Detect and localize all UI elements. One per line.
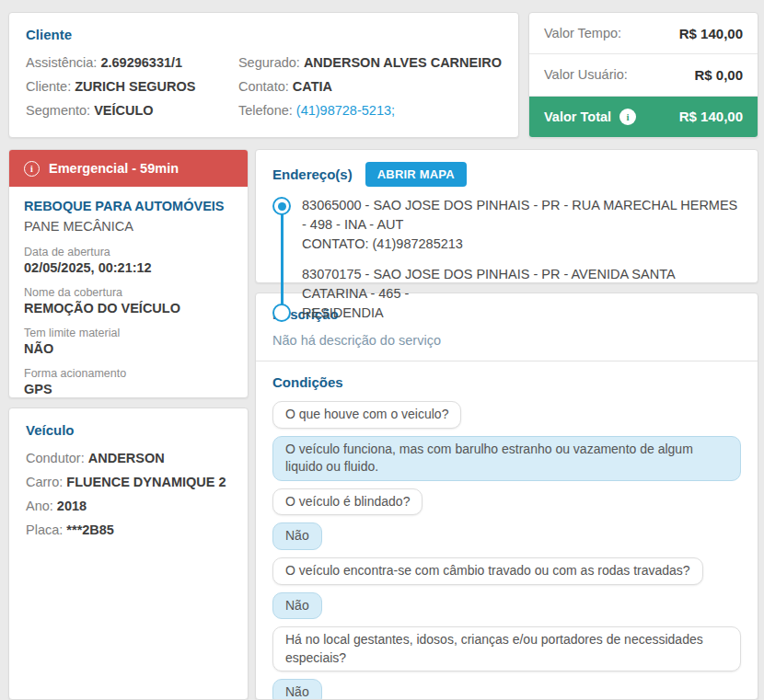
description-empty-text: Não há descrição do serviço <box>272 333 741 348</box>
question-chip: Há no local gestantes, idosos, crianças … <box>272 626 741 671</box>
open-map-button[interactable]: ABRIR MAPA <box>365 162 467 187</box>
segment-field: Segmento: VEÍCULO <box>26 98 229 122</box>
address-timeline: 83065000 - SAO JOSE DOS PINHAIS - PR - R… <box>272 196 741 323</box>
client-fields: Assistência: 2.69296331/1 Cliente: ZURIC… <box>26 51 502 122</box>
answer-chip: O veículo funciona, mas com barulho estr… <box>272 436 741 481</box>
year-field: Ano: 2018 <box>26 494 231 518</box>
service-subtitle: PANE MECÂNICA <box>24 219 233 234</box>
alert-info-icon: i <box>24 161 40 177</box>
alert-text: Emergencial - 59min <box>49 161 179 176</box>
question-chip: O veículo é blindado? <box>272 488 423 516</box>
answer-chip: Não <box>272 592 322 620</box>
destination-radio-icon[interactable] <box>272 304 291 322</box>
client-field: Cliente: ZURICH SEGUROS <box>26 75 229 98</box>
client-card-title: Cliente <box>26 27 502 42</box>
phone-field: Telefone: (41)98728-5213; <box>238 98 502 122</box>
main-row: i Emergencial - 59min REBOQUE PARA AUTOM… <box>8 149 758 700</box>
left-column: i Emergencial - 59min REBOQUE PARA AUTOM… <box>8 149 249 700</box>
value-user-row: Valor Usuário: R$ 0,00 <box>529 54 758 96</box>
total-value: R$ 140,00 <box>679 109 743 124</box>
material-limit-detail: Tem limite material NÃO <box>24 327 233 356</box>
question-chip: O veículo encontra-se com câmbio travado… <box>272 557 703 585</box>
client-fields-right: Segurado: ANDERSON ALVES CARNEIRO Contat… <box>238 51 502 122</box>
service-title: REBOQUE PARA AUTOMÓVEIS <box>24 199 233 213</box>
origin-radio-icon[interactable] <box>272 197 291 215</box>
top-row: Cliente Assistência: 2.69296331/1 Client… <box>8 12 758 138</box>
open-date-detail: Data de abertura 02/05/2025, 00:21:12 <box>24 246 233 275</box>
conditions-title: Condições <box>272 374 741 390</box>
vehicle-fields: Condutor: ANDERSON Carro: FLUENCE DYNAMI… <box>26 446 231 542</box>
description-conditions-card: Descrição Não há descrição do serviço Co… <box>255 293 758 700</box>
plate-field: Placa: ***2B85 <box>26 518 231 542</box>
page: Cliente Assistência: 2.69296331/1 Client… <box>0 0 764 700</box>
addresses-title: Endereço(s) <box>272 166 353 182</box>
value-time-row: Valor Tempo: R$ 140,00 <box>529 13 758 54</box>
client-fields-left: Assistência: 2.69296331/1 Cliente: ZURIC… <box>26 51 229 122</box>
conditions-list: O que houve com o veiculo? O veículo fun… <box>272 401 741 700</box>
coverage-detail: Nome da cobertura REMOÇÃO DO VEÍCULO <box>24 286 233 316</box>
driver-field: Condutor: ANDERSON <box>26 446 231 470</box>
vehicle-card-title: Veículo <box>26 422 231 438</box>
value-total-row: Valor Totali R$ 140,00 <box>529 97 758 137</box>
contact-field: Contato: CATIA <box>238 75 502 98</box>
phone-link[interactable]: (41)98728-5213; <box>296 103 395 118</box>
answer-chip: Não <box>272 522 322 550</box>
info-icon[interactable]: i <box>619 109 636 125</box>
addresses-header: Endereço(s) ABRIR MAPA <box>272 162 741 187</box>
vehicle-card: Veículo Condutor: ANDERSON Carro: FLUENC… <box>8 407 249 700</box>
right-column: Endereço(s) ABRIR MAPA 83065000 - SAO JO… <box>255 149 758 700</box>
service-body: REBOQUE PARA AUTOMÓVEIS PANE MECÂNICA Da… <box>9 187 248 398</box>
addresses-card: Endereço(s) ABRIR MAPA 83065000 - SAO JO… <box>255 149 758 283</box>
timeline-connector <box>281 209 284 310</box>
values-card: Valor Tempo: R$ 140,00 Valor Usuário: R$… <box>528 12 758 138</box>
service-alert-header: i Emergencial - 59min <box>9 150 248 187</box>
origin-address: 83065000 - SAO JOSE DOS PINHAIS - PR - R… <box>302 196 741 254</box>
total-label: Valor Total <box>544 109 611 124</box>
answer-chip: Não <box>272 679 322 700</box>
insured-field: Segurado: ANDERSON ALVES CARNEIRO <box>238 51 502 75</box>
client-card: Cliente Assistência: 2.69296331/1 Client… <box>8 12 519 138</box>
activation-detail: Forma acionamento GPS <box>24 367 233 396</box>
question-chip: O que houve com o veiculo? <box>272 401 461 429</box>
service-card: i Emergencial - 59min REBOQUE PARA AUTOM… <box>8 149 249 398</box>
section-divider <box>256 361 758 361</box>
car-field: Carro: FLUENCE DYNAMIQUE 2 <box>26 470 231 494</box>
assistance-field: Assistência: 2.69296331/1 <box>26 51 229 75</box>
destination-address: 83070175 - SAO JOSE DOS PINHAIS - PR - A… <box>302 265 741 323</box>
